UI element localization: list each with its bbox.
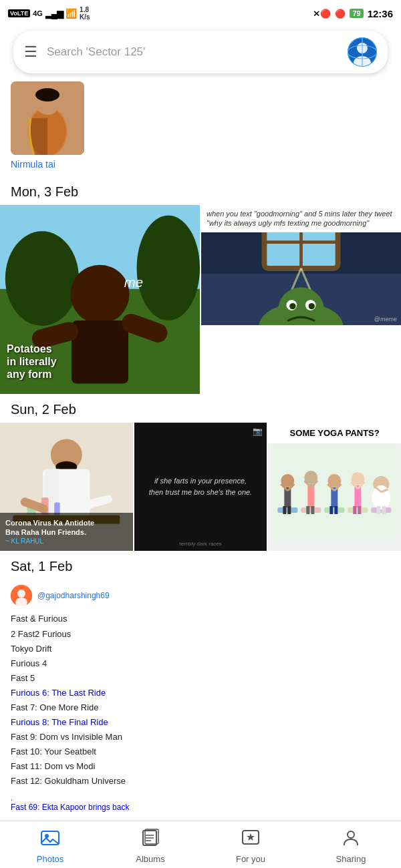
photos-label: Photos — [37, 854, 63, 864]
svg-rect-55 — [283, 506, 287, 514]
nav-photos[interactable]: Photos — [23, 828, 77, 864]
person-thumbnail — [11, 81, 84, 155]
status-left: VoLTE 4G ▂▄▆ 📶 1.8K/s — [8, 6, 90, 21]
for-you-label: For you — [236, 854, 265, 864]
dark-meme-text: if she farts in your presence,then trust… — [142, 469, 259, 505]
movie-item-9: Fast 9: Dom vs Invisible Man — [11, 730, 390, 744]
svg-rect-60 — [311, 506, 315, 514]
svg-rect-59 — [307, 506, 310, 514]
bluetooth-icon: ⨯🔴 — [313, 9, 331, 19]
movie-item-1: Fast & Furious — [11, 612, 390, 626]
svg-point-33 — [289, 302, 295, 308]
photo-cell-dark[interactable]: 📷 if she farts in your presence,then tru… — [134, 423, 267, 551]
photo-cell-yoga[interactable]: SOME YOGA PANTS? — [268, 423, 401, 551]
photos-icon — [41, 828, 59, 851]
svg-point-34 — [309, 302, 315, 308]
photo-cell-potatoes[interactable]: me Potatoesin literallyany form — [0, 205, 200, 394]
date-header-mon: Mon, 3 Feb — [0, 178, 401, 205]
signal-bars: ▂▄▆ — [45, 9, 63, 19]
search-input[interactable]: Search 'Sector 125' — [47, 45, 338, 59]
meme-potatoes-text: Potatoesin literallyany form — [7, 343, 57, 381]
avatar[interactable] — [348, 37, 377, 67]
sharing-label: Sharing — [336, 854, 366, 864]
movie-item-4: Furious 4 — [11, 656, 390, 671]
wifi-icon: 📶 — [65, 8, 77, 19]
movie-extra-item: Fast 69: Ekta Kapoor brings back — [11, 803, 129, 812]
search-bar[interactable]: ☰ Search 'Sector 125' — [13, 31, 388, 73]
instagram-icon: 📷 — [253, 427, 263, 436]
status-right: ⨯🔴 🔴 79 12:36 — [313, 8, 393, 19]
yoga-header: SOME YOGA PANTS? — [268, 423, 401, 444]
person-name: Nirmula tai — [11, 159, 55, 170]
svg-text:me: me — [124, 274, 143, 290]
svg-rect-58 — [308, 484, 315, 507]
movie-list: Fast & Furious 2 Fast2 Furious Tokyo Dri… — [11, 612, 390, 789]
movie-item-6: Furious 6: The Last Ride — [11, 686, 390, 700]
bottom-nav: Photos Albums For you — [0, 821, 401, 868]
movie-item-10: Fast 10: Your Seatbelt — [11, 744, 390, 759]
kl-name: ~ KL RAHUL — [5, 537, 128, 546]
time-display: 12:36 — [368, 8, 393, 19]
sharing-icon — [342, 828, 360, 851]
svg-point-10 — [35, 88, 59, 101]
status-bar: VoLTE 4G ▂▄▆ 📶 1.8K/s ⨯🔴 🔴 79 12:36 — [0, 0, 401, 27]
movie-item-12: Fast 12: Gokuldham Universe — [11, 774, 390, 789]
search-bar-wrapper: ☰ Search 'Sector 125' — [0, 27, 401, 81]
date-header-sat: Sat, 1 Feb — [0, 552, 401, 580]
svg-marker-94 — [247, 833, 255, 841]
albums-label: Albums — [136, 854, 164, 864]
person-card: Nirmula tai — [0, 81, 401, 178]
movie-item-3: Tokyo Drift — [11, 642, 390, 656]
photo-cell-kl[interactable]: Corona Virus Ka AntidoteBna Raha Hun Fri… — [0, 423, 133, 551]
photo-grid-mon: me Potatoesin literallyany form when you… — [0, 205, 401, 394]
network-indicator: 4G — [33, 9, 43, 17]
nav-sharing[interactable]: Sharing — [324, 828, 378, 864]
movie-item-5: Fast 5 — [11, 671, 390, 686]
hamburger-icon[interactable]: ☰ — [24, 43, 37, 61]
movie-item-2: 2 Fast2 Furious — [11, 627, 390, 642]
photo-cell-text-meme[interactable]: when you text "goodmorning" and 5 mins l… — [201, 205, 401, 325]
svg-point-14 — [5, 231, 79, 326]
movie-item-11: Fast 11: Dom vs Modi — [11, 759, 390, 774]
account-name: @gajodharshingh69 — [37, 591, 110, 600]
svg-rect-63 — [330, 506, 333, 514]
albums-icon — [141, 828, 160, 851]
movie-item-7: Fast 7: One More Ride — [11, 700, 390, 715]
svg-rect-64 — [335, 506, 338, 514]
kl-title: Corona Virus Ka AntidoteBna Raha Hun Fri… — [5, 518, 128, 537]
movie-extra: . Fast 69: Ekta Kapoor brings back — [11, 793, 390, 812]
speed-indicator: 1.8K/s — [80, 6, 90, 21]
dark-meme-bottom: terribly dark races — [138, 541, 263, 547]
movie-item-8: Furious 8: The Final Ride — [11, 715, 390, 730]
svg-point-95 — [348, 831, 354, 838]
volte-badge: VoLTE — [8, 9, 30, 17]
watermark: @meme — [374, 316, 397, 322]
account-info: @gajodharshingh69 — [11, 585, 390, 606]
svg-rect-71 — [377, 506, 381, 514]
svg-rect-17 — [72, 320, 128, 383]
svg-point-70 — [372, 485, 391, 509]
svg-rect-72 — [382, 506, 386, 514]
account-avatar — [11, 585, 32, 606]
svg-rect-67 — [354, 506, 357, 514]
svg-rect-68 — [358, 506, 362, 514]
photo-grid-sun: Corona Virus Ka AntidoteBna Raha Hun Fri… — [0, 423, 401, 551]
meme-caption: when you text "goodmorning" and 5 mins l… — [201, 205, 401, 232]
svg-point-84 — [17, 590, 25, 598]
svg-point-15 — [137, 216, 200, 320]
svg-point-16 — [70, 265, 129, 324]
for-you-icon — [241, 828, 260, 851]
svg-point-87 — [45, 834, 49, 838]
battery-indicator: 79 — [350, 9, 363, 18]
text-content-card: @gajodharshingh69 Fast & Furious 2 Fast2… — [0, 580, 401, 822]
svg-rect-56 — [288, 506, 291, 514]
bluetooth-icon2: 🔴 — [335, 9, 346, 19]
main-content: Nirmula tai Mon, 3 Feb me — [0, 81, 401, 868]
date-header-sun: Sun, 2 Feb — [0, 395, 401, 423]
nav-for-you[interactable]: For you — [224, 828, 277, 864]
nav-albums[interactable]: Albums — [124, 828, 177, 864]
kl-overlay: Corona Virus Ka AntidoteBna Raha Hun Fri… — [0, 513, 133, 552]
